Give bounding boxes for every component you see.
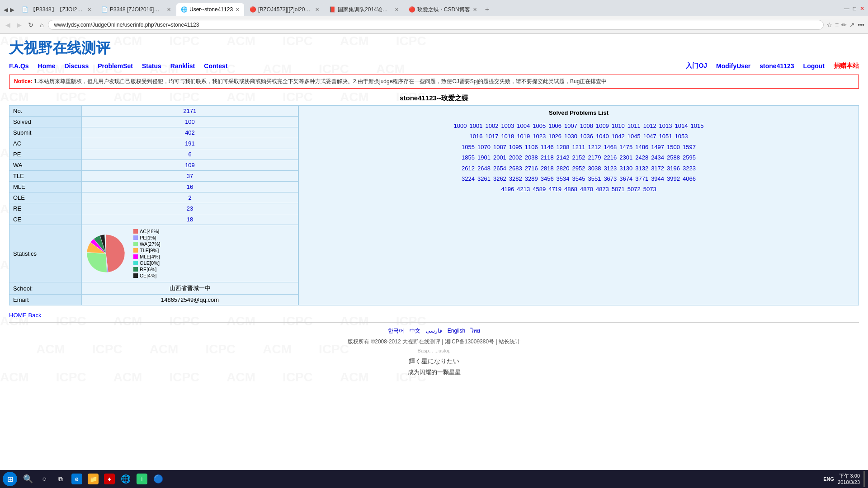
problem-number[interactable]: 2612 <box>462 165 475 172</box>
problem-number[interactable]: 3771 <box>635 175 648 182</box>
problem-number[interactable]: 1018 <box>501 133 514 140</box>
problem-number[interactable]: 1019 <box>517 133 530 140</box>
problem-number[interactable]: 1012 <box>643 122 656 129</box>
maximize-button[interactable]: □ <box>853 5 856 12</box>
problem-number[interactable]: 2038 <box>525 154 538 161</box>
problem-number[interactable]: 1009 <box>596 122 609 129</box>
problem-number[interactable]: 2588 <box>667 154 680 161</box>
nav-item-3[interactable]: ProblemSet <box>98 62 133 70</box>
problem-number[interactable]: 1015 <box>690 122 703 129</box>
problem-number[interactable]: 1026 <box>548 133 561 140</box>
footer-lang-link[interactable]: فارسی <box>426 326 442 336</box>
footer-lang-link[interactable]: English <box>448 326 465 336</box>
problem-number[interactable]: 4196 <box>501 186 514 192</box>
problem-number[interactable]: 2428 <box>635 154 648 161</box>
browser-tab-1[interactable]: 📄P3348 [ZJOI2016]大森林 题✕ <box>97 3 175 16</box>
nav-item-2[interactable]: Discuss <box>64 62 89 70</box>
problem-number[interactable]: 1040 <box>596 133 609 140</box>
problem-number[interactable]: 2216 <box>604 154 617 161</box>
problem-number[interactable]: 1497 <box>651 144 664 150</box>
problem-number[interactable]: 1013 <box>659 122 672 129</box>
problem-number[interactable]: 3172 <box>651 165 664 172</box>
problem-number[interactable]: 5073 <box>643 186 656 192</box>
nav-item-8[interactable]: ModifyUser <box>716 62 750 70</box>
problem-number[interactable]: 3289 <box>525 175 538 182</box>
minimize-button[interactable]: — <box>844 5 849 12</box>
nav-item-0[interactable]: F.A.Qs <box>9 62 29 70</box>
problem-number[interactable]: 1045 <box>627 133 641 140</box>
problem-number[interactable]: 1042 <box>612 133 625 140</box>
problem-number[interactable]: 3545 <box>572 175 585 182</box>
problem-number[interactable]: 1486 <box>635 144 648 150</box>
problem-number[interactable]: 2301 <box>619 154 632 161</box>
browser-tab-5[interactable]: 🔴玫爱之蝶 - CSDN博客✕ <box>404 3 481 16</box>
nav-item-6[interactable]: Contest <box>204 62 227 70</box>
problem-number[interactable]: 2683 <box>509 165 522 172</box>
problem-number[interactable]: 2820 <box>557 165 570 172</box>
problem-number[interactable]: 2002 <box>509 154 522 161</box>
problem-number[interactable]: 3224 <box>462 175 475 182</box>
problem-number[interactable]: 3132 <box>635 165 648 172</box>
close-button[interactable]: ✕ <box>860 5 864 12</box>
problem-number[interactable]: 1855 <box>462 154 475 161</box>
problem-number[interactable]: 4868 <box>564 186 577 192</box>
problem-number[interactable]: 1053 <box>675 133 688 140</box>
nav-item-4[interactable]: Status <box>142 62 161 70</box>
problem-number[interactable]: 3674 <box>619 175 632 182</box>
problem-number[interactable]: 3673 <box>604 175 617 182</box>
problem-number[interactable]: 2648 <box>477 165 491 172</box>
problem-number[interactable]: 1901 <box>477 154 491 161</box>
problem-number[interactable]: 3551 <box>588 175 601 182</box>
problem-number[interactable]: 1008 <box>580 122 593 129</box>
problem-number[interactable]: 2716 <box>525 165 538 172</box>
problem-number[interactable]: 1002 <box>485 122 498 129</box>
problem-number[interactable]: 1014 <box>675 122 688 129</box>
bookmark-icon[interactable]: ☆ <box>826 21 832 28</box>
browser-tab-0[interactable]: 📄【P3348】【ZJOI2016】大森林✕ <box>17 3 96 16</box>
problem-number[interactable]: 3223 <box>683 165 696 172</box>
browser-tab-4[interactable]: 📕国家集训队2014论文集.pdf✕ <box>325 3 403 16</box>
footer-lang-link[interactable]: 中文 <box>410 326 420 336</box>
problem-number[interactable]: 2818 <box>541 165 554 172</box>
browser-tab-2[interactable]: 🌐User--stone41123✕ <box>176 3 244 16</box>
tab-back-icon[interactable]: ◀ <box>4 6 8 13</box>
problem-number[interactable]: 3123 <box>604 165 617 172</box>
problem-number[interactable]: 1095 <box>509 144 522 150</box>
problem-number[interactable]: 3992 <box>667 175 680 182</box>
problem-number[interactable]: 1005 <box>533 122 546 129</box>
nav-item-7[interactable]: 入门OJ <box>686 62 707 70</box>
problem-number[interactable]: 4719 <box>548 186 561 192</box>
problem-number[interactable]: 4213 <box>517 186 530 192</box>
problem-number[interactable]: 1597 <box>683 144 696 150</box>
problem-number[interactable]: 5072 <box>627 186 641 192</box>
pen-icon[interactable]: ✏ <box>841 21 847 28</box>
problem-number[interactable]: 1212 <box>588 144 601 150</box>
problem-number[interactable]: 5071 <box>612 186 625 192</box>
problem-number[interactable]: 1010 <box>612 122 625 129</box>
problem-number[interactable]: 1030 <box>564 133 577 140</box>
problem-number[interactable]: 1011 <box>627 122 641 129</box>
problem-number[interactable]: 1007 <box>564 122 577 129</box>
problem-number[interactable]: 2595 <box>683 154 696 161</box>
problem-number[interactable]: 2952 <box>572 165 585 172</box>
problem-number[interactable]: 1000 <box>454 122 467 129</box>
problem-number[interactable]: 1055 <box>462 144 475 150</box>
share-icon[interactable]: ↗ <box>849 21 855 28</box>
problem-number[interactable]: 2152 <box>572 154 585 161</box>
problem-number[interactable]: 3456 <box>541 175 554 182</box>
problem-number[interactable]: 1036 <box>580 133 593 140</box>
problem-number[interactable]: 1003 <box>501 122 514 129</box>
problem-number[interactable]: 1051 <box>659 133 672 140</box>
problem-number[interactable]: 3261 <box>477 175 491 182</box>
problem-number[interactable]: 4870 <box>580 186 593 192</box>
nav-item-5[interactable]: Ranklist <box>170 62 195 70</box>
menu-icon[interactable]: ••• <box>858 21 864 28</box>
footer-lang-link[interactable]: ไทย <box>471 326 480 336</box>
problem-number[interactable]: 2142 <box>557 154 570 161</box>
problem-number[interactable]: 3038 <box>588 165 601 172</box>
problem-number[interactable]: 3534 <box>557 175 570 182</box>
url-input[interactable] <box>48 20 824 30</box>
refresh-button[interactable]: ↻ <box>26 20 35 29</box>
nav-item-9[interactable]: stone41123 <box>760 62 794 70</box>
problem-number[interactable]: 1004 <box>517 122 530 129</box>
